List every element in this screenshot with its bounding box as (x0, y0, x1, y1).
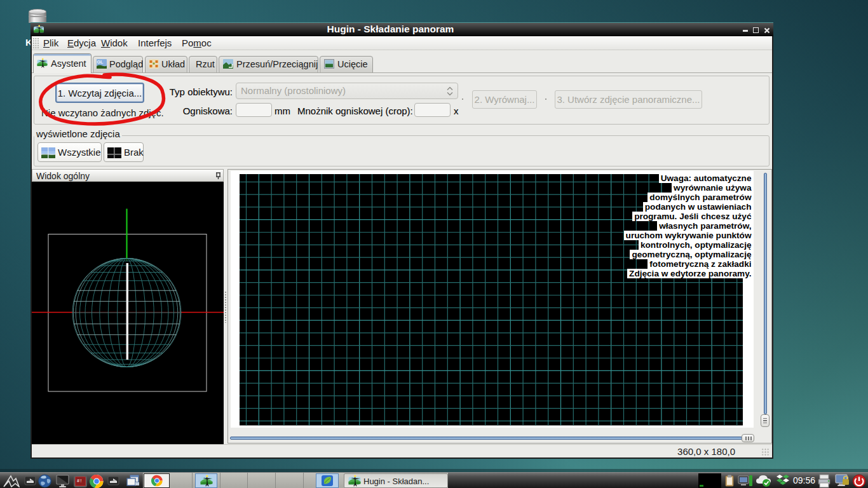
svg-text:#!: #! (77, 478, 82, 484)
svg-text:GL: GL (97, 60, 104, 64)
